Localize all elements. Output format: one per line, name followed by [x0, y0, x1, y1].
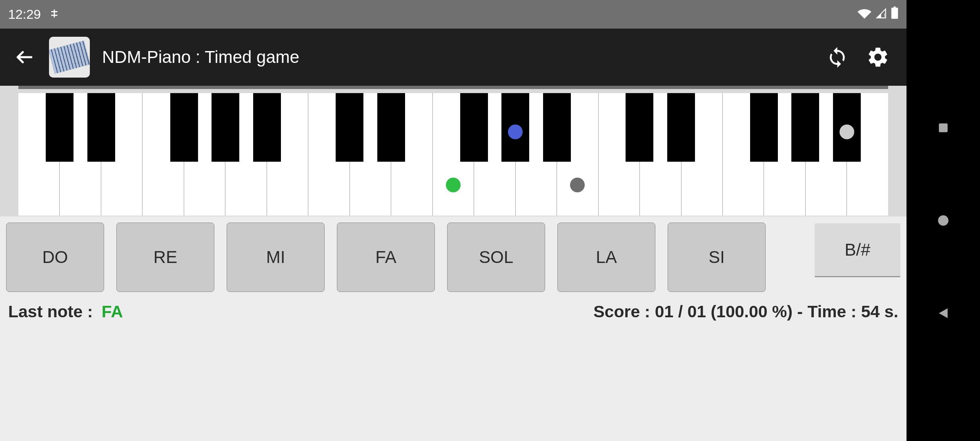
- status-info: Last note : FA Score : 01 / 01 (100.00 %…: [0, 298, 906, 325]
- status-app-icon: [49, 7, 60, 22]
- black-key[interactable]: [253, 93, 281, 162]
- battery-icon: [891, 7, 898, 22]
- svg-rect-3: [939, 124, 947, 132]
- black-key[interactable]: [87, 93, 115, 162]
- svg-rect-2: [893, 7, 895, 8]
- black-key[interactable]: [791, 93, 819, 162]
- black-key[interactable]: [46, 93, 74, 162]
- signal-icon: !: [875, 7, 887, 22]
- black-key[interactable]: [626, 93, 653, 162]
- app-header: NDM-Piano : Timed game: [0, 29, 906, 86]
- app-title: NDM-Piano : Timed game: [102, 47, 825, 67]
- piano-container: [0, 86, 906, 216]
- refresh-button[interactable]: [825, 45, 849, 69]
- android-status-bar: 12:29 !: [0, 0, 906, 29]
- black-key[interactable]: [170, 93, 198, 162]
- svg-text:!: !: [884, 12, 886, 18]
- note-button-si[interactable]: SI: [668, 223, 766, 292]
- piano-keyboard[interactable]: [18, 93, 888, 216]
- nav-home-button[interactable]: [935, 212, 951, 229]
- nav-back-button[interactable]: [935, 305, 951, 321]
- progress-bar: [18, 86, 888, 89]
- last-note: Last note : FA: [8, 302, 123, 321]
- black-key[interactable]: [750, 93, 778, 162]
- last-note-label: Last note :: [8, 302, 93, 321]
- note-button-row: DOREMIFASOLLASIB/#: [0, 216, 906, 298]
- note-button-fa[interactable]: FA: [337, 223, 435, 292]
- black-key[interactable]: [212, 93, 239, 162]
- back-button[interactable]: [12, 45, 37, 69]
- note-marker: [508, 125, 523, 139]
- note-button-la[interactable]: LA: [557, 223, 655, 292]
- note-button-sol[interactable]: SOL: [447, 223, 545, 292]
- svg-point-4: [938, 215, 949, 226]
- note-button-re[interactable]: RE: [116, 223, 214, 292]
- black-key[interactable]: [543, 93, 571, 162]
- svg-rect-1: [891, 8, 898, 19]
- note-marker: [570, 178, 585, 192]
- black-key[interactable]: [667, 93, 695, 162]
- note-marker: [446, 178, 461, 192]
- app-icon: [49, 37, 90, 78]
- black-key[interactable]: [460, 93, 488, 162]
- black-key[interactable]: [336, 93, 363, 162]
- note-button-accidental[interactable]: B/#: [815, 223, 900, 277]
- note-marker: [840, 125, 854, 139]
- wifi-icon: [858, 7, 871, 22]
- black-key[interactable]: [377, 93, 405, 162]
- last-note-value: FA: [102, 302, 123, 321]
- android-nav-bar: [906, 0, 980, 441]
- nav-recent-button[interactable]: [935, 120, 951, 136]
- score-time: Score : 01 / 01 (100.00 %) - Time : 54 s…: [593, 302, 898, 321]
- note-button-mi[interactable]: MI: [227, 223, 325, 292]
- note-button-do[interactable]: DO: [6, 223, 104, 292]
- settings-button[interactable]: [866, 45, 890, 69]
- status-time: 12:29: [8, 7, 41, 22]
